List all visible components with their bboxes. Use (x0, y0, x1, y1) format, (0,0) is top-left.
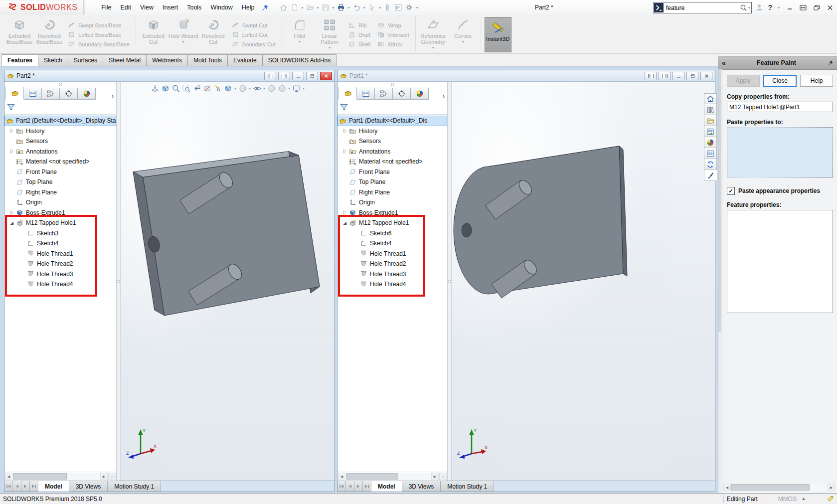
ribbon-draft-button[interactable]: Draft (348, 31, 370, 38)
tree-item-boss-extrude1[interactable]: Boss-Extrude1 (4, 208, 116, 218)
previous-tab-button[interactable] (346, 481, 354, 492)
pin-menu-icon[interactable] (261, 4, 269, 11)
propertymanager-tab[interactable] (356, 88, 375, 100)
scrollbar-thumb[interactable] (731, 484, 810, 491)
scroll-right-icon[interactable]: ► (100, 473, 108, 480)
annotation-views-icon[interactable] (212, 83, 223, 94)
doc-tab-model[interactable]: Model (371, 481, 402, 492)
tree-item-m12-tapped-hole1[interactable]: M12 Tapped Hole1 (4, 218, 116, 228)
dropdown-arrow-icon[interactable]: ▾ (298, 39, 302, 44)
tab-sketch[interactable]: Sketch (38, 54, 68, 66)
configurationmanager-tab[interactable] (374, 88, 393, 100)
view-orientation-cube-icon[interactable] (160, 83, 170, 94)
scroll-left-icon[interactable]: ◄ (723, 484, 731, 491)
tree-item-hole-thread1[interactable]: Hole Thread1 (337, 249, 447, 259)
menu-tools[interactable]: Tools (182, 2, 206, 13)
menu-file[interactable]: File (97, 2, 116, 13)
print-button[interactable] (336, 2, 346, 13)
search-magnifier-icon[interactable] (740, 4, 747, 11)
tree-item-front-plane[interactable]: Front Plane (4, 167, 116, 177)
first-tab-button[interactable] (337, 481, 346, 492)
scroll-left-icon[interactable]: ◄ (338, 473, 345, 480)
featuremanager-tab[interactable] (338, 87, 357, 100)
scrollbar-track[interactable] (346, 473, 431, 480)
scroll-right-icon[interactable]: ► (828, 484, 835, 491)
paste-appearance-checkbox[interactable]: ✓ (727, 187, 735, 195)
zoom-to-area-icon[interactable] (181, 83, 191, 94)
ribbon-swept-boss-base-button[interactable]: Swept Boss/Base (68, 21, 130, 29)
help-button[interactable]: ? (768, 3, 772, 11)
ribbon-reference-geometry-button[interactable]: Reference Geometry▾ (418, 16, 448, 53)
tree-root-part2[interactable]: Part2 (Default<<Default>_Display Sta (4, 116, 116, 126)
tree-item-history[interactable]: History (4, 126, 116, 137)
next-tab-button[interactable] (21, 481, 30, 492)
part1-model[interactable] (452, 82, 715, 481)
tree-item-front-plane[interactable]: Front Plane (337, 167, 447, 177)
close-button-panel[interactable]: Close (763, 75, 797, 87)
part2-graphics-area[interactable]: ▾ ▾ ▾ ▾ ▾ (121, 82, 335, 481)
tree-item-sensors[interactable]: Sensors (4, 136, 116, 147)
tree-item-material-not-specified[interactable]: Material <not specified> (4, 157, 116, 167)
tree-item-top-plane[interactable]: Top Plane (4, 177, 116, 187)
apply-scene-icon[interactable] (277, 83, 287, 94)
tab-sheet-metal[interactable]: Sheet Metal (103, 54, 147, 66)
tile-right-button[interactable] (278, 72, 290, 80)
ribbon-boundary-cut-button[interactable]: Boundary Cut (232, 40, 276, 48)
ribbon-extruded-boss-base-button[interactable]: Extruded Boss/Base (4, 16, 34, 53)
dropdown-arrow-icon[interactable]: ▾ (328, 45, 332, 50)
solidworks-forum-tab[interactable] (704, 159, 717, 170)
first-tab-button[interactable] (4, 481, 13, 492)
tab-solidworks-add-ins[interactable]: SOLIDWORKS Add-Ins (262, 54, 336, 66)
previous-view-icon[interactable] (191, 83, 202, 94)
tree-horizontal-scrollbar[interactable]: ◄ ► › (337, 472, 447, 481)
hide-show-dropdown[interactable]: ▾ (262, 86, 266, 91)
collapse-arrow-icon[interactable] (341, 148, 348, 155)
doc-tab-3d-views[interactable]: 3D Views (402, 481, 441, 492)
tag-icon[interactable] (827, 495, 834, 503)
menu-insert[interactable]: Insert (158, 2, 182, 13)
collapse-arrow-icon[interactable] (341, 209, 348, 216)
last-tab-button[interactable] (30, 481, 38, 492)
feature-paint-tab[interactable] (704, 170, 717, 181)
section-view-icon[interactable] (202, 83, 212, 94)
ribbon-extruded-cut-button[interactable]: Extruded Cut (139, 16, 168, 53)
tab-evaluate[interactable]: Evaluate (227, 54, 263, 66)
ribbon-mirror-button[interactable]: Mirror (377, 40, 409, 48)
tree-graphics-splitter[interactable] (117, 82, 121, 481)
dropdown-arrow-icon[interactable]: ▾ (181, 39, 185, 44)
help-dropdown-icon[interactable]: ▾ (777, 5, 781, 10)
doc-tab-3d-views[interactable]: 3D Views (69, 481, 108, 492)
apply-button[interactable]: Apply (727, 75, 760, 87)
window-restore-button[interactable] (686, 72, 698, 80)
solidworks-resources-tab[interactable] (704, 93, 717, 104)
window-restore-button[interactable] (306, 72, 318, 80)
scroll-left-icon[interactable]: ◄ (5, 473, 12, 480)
displaymanager-tab[interactable] (77, 88, 96, 100)
window-minimize-button[interactable] (292, 72, 304, 80)
zoom-to-fit-icon[interactable] (150, 83, 160, 94)
ribbon-revolved-boss-base-button[interactable]: Revolved Boss/Base (34, 16, 64, 53)
tree-graphics-splitter[interactable] (448, 82, 452, 481)
save-dropdown-icon[interactable]: ▾ (332, 5, 335, 10)
paste-properties-listbox[interactable] (727, 127, 833, 178)
file-properties-button[interactable] (393, 2, 404, 13)
previous-tab-button[interactable] (13, 481, 21, 492)
copy-properties-field[interactable]: M12 Tapped Hole1@Part1 (727, 102, 833, 112)
dropdown-arrow-icon[interactable]: ▾ (461, 39, 465, 44)
tree-splitter-handle[interactable] (4, 82, 116, 87)
scrollbar-track[interactable] (13, 473, 100, 480)
collapse-panel-icon[interactable]: « (722, 59, 726, 67)
tree-item-hole-thread2[interactable]: Hole Thread2 (337, 259, 447, 269)
apply-scene-dropdown[interactable]: ▾ (287, 86, 291, 91)
save-button[interactable] (321, 2, 331, 13)
displaymanager-tab[interactable] (410, 88, 429, 100)
tree-item-sketch6[interactable]: Sketch6 (337, 228, 447, 239)
tree-item-top-plane[interactable]: Top Plane (337, 177, 447, 187)
propertymanager-tab[interactable] (23, 88, 42, 100)
collapse-arrow-icon[interactable] (8, 148, 15, 155)
filter-funnel-icon[interactable] (339, 103, 348, 112)
tree-tabs-overflow-arrow[interactable]: › (112, 93, 114, 100)
filter-funnel-icon[interactable] (6, 103, 15, 112)
part1-graphics-area[interactable]: Y X Z (452, 82, 715, 481)
tree-item-hole-thread4[interactable]: Hole Thread4 (4, 279, 116, 290)
